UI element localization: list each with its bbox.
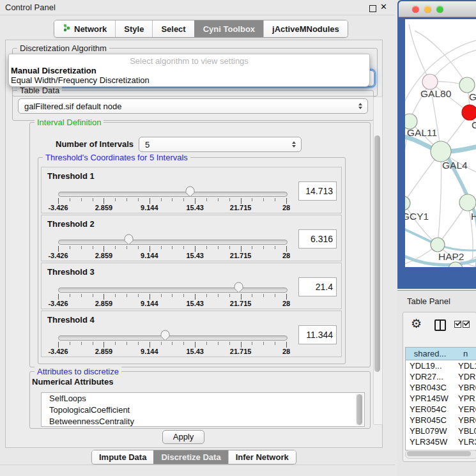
table-cell[interactable]: YDR2: [454, 371, 476, 382]
tab-style[interactable]: Style: [115, 20, 152, 37]
threshold-block: Threshold 4-3.4262.8599.14415.4321.71528…: [41, 311, 342, 357]
table-cell[interactable]: YBL0: [454, 426, 476, 436]
threshold-block: Threshold 1-3.4262.8599.14415.4321.71528…: [41, 167, 342, 213]
table-row[interactable]: YDL19...YDL1: [406, 360, 476, 371]
column-layout-icon[interactable]: [434, 319, 446, 331]
tab-cyni-toolbox-label: Cyni Toolbox: [203, 24, 255, 34]
slider-track[interactable]: [58, 192, 288, 197]
close-icon[interactable]: ✕: [380, 2, 387, 12]
slider-ticks-major: [58, 342, 287, 348]
threshold-value-field[interactable]: 6.316: [298, 229, 337, 249]
tab-cyni-toolbox[interactable]: Cyni Toolbox: [194, 20, 263, 37]
slider-track[interactable]: [58, 335, 288, 341]
table-header-cell[interactable]: n: [454, 348, 476, 360]
network-view-window: GAL80GACGAL11GAL4GCY1HHAP2: [397, 0, 476, 289]
table-cell[interactable]: YPR145W: [406, 393, 454, 404]
float-icon[interactable]: [369, 5, 376, 12]
list-scrollbar-thumb[interactable]: [357, 394, 362, 425]
table-cell[interactable]: YLR345W: [406, 436, 454, 447]
apply-button[interactable]: Apply: [162, 430, 204, 444]
table-cell[interactable]: YER0: [454, 404, 476, 415]
tab-impute-data[interactable]: Impute Data: [92, 450, 153, 464]
network-node-node-red[interactable]: [462, 105, 476, 120]
zoom-traffic-icon[interactable]: [436, 6, 443, 13]
dropdown-option-manual-discretization[interactable]: Manual Discretization: [11, 66, 96, 75]
table-data-combo[interactable]: galFiltered.sif default node: [18, 98, 368, 114]
table-cell[interactable]: YBR043C: [406, 382, 454, 393]
table-hscrollbar[interactable]: [405, 450, 476, 459]
table-cell[interactable]: YDL1: [454, 360, 476, 371]
network-node-GAL80[interactable]: [422, 74, 438, 89]
tab-infer-network[interactable]: Infer Network: [228, 450, 296, 464]
panel-scrollbar[interactable]: [373, 96, 383, 425]
table-row[interactable]: YPR145WYPR1: [406, 393, 476, 404]
threshold-value-field[interactable]: 11.344: [298, 325, 337, 344]
tab-style-label: Style: [124, 24, 144, 34]
attribute-item[interactable]: BetweennessCentrality: [42, 416, 364, 427]
minimize-traffic-icon[interactable]: [424, 6, 431, 13]
dropdown-option-equal-width-frequency[interactable]: Equal Width/Frequency Discretization: [11, 75, 150, 85]
attribute-item[interactable]: SelfLoops: [42, 393, 364, 404]
table-cell[interactable]: YER054C: [406, 404, 454, 415]
table-header-cell[interactable]: shared...: [406, 348, 454, 360]
slider-track[interactable]: [58, 240, 288, 245]
network-node-GAL4[interactable]: [431, 141, 451, 162]
interval-definition-group: Interval Definition Number of Intervals …: [29, 122, 371, 367]
table-cell[interactable]: YBR0: [454, 415, 476, 426]
table-header-row: shared...n: [406, 348, 476, 360]
table-cell[interactable]: YBL079W: [406, 426, 454, 436]
slider-track[interactable]: [58, 288, 288, 293]
network-node-HAP2[interactable]: [431, 238, 445, 252]
table-row[interactable]: YER054CYER0: [406, 404, 476, 415]
gear-icon[interactable]: ⚙: [411, 318, 422, 330]
slider-scale-label: -3.426: [48, 252, 68, 259]
table-cell[interactable]: YBR045C: [406, 415, 454, 426]
tab-impute-data-label: Impute Data: [99, 452, 146, 462]
table-row[interactable]: YBR043CYBR0: [406, 382, 476, 393]
table-row[interactable]: YBL079WYBL0: [406, 426, 476, 436]
threshold-value-field[interactable]: 14.713: [298, 181, 337, 201]
network-node-label: H: [471, 211, 476, 222]
table-cell[interactable]: YDR27...: [406, 371, 454, 382]
network-window-titlebar[interactable]: [399, 1, 476, 17]
table-cell[interactable]: YBR0: [454, 382, 476, 393]
tab-jactivemnodules[interactable]: jActiveMNodules: [263, 20, 348, 37]
network-node-GCY1[interactable]: [405, 196, 410, 210]
table-row[interactable]: YDR27...YDR2: [406, 371, 476, 382]
table-cell[interactable]: YDL19...: [406, 360, 454, 371]
table-row[interactable]: YBR045CYBR0: [406, 415, 476, 426]
tab-network[interactable]: Network: [54, 20, 115, 37]
network-canvas[interactable]: GAL80GACGAL11GAL4GCY1HHAP2: [405, 19, 476, 267]
slider-thumb[interactable]: [160, 330, 170, 341]
threshold-block: Threshold 2-3.4262.8599.14415.4321.71528…: [41, 215, 342, 261]
slider-scale-label: 2.859: [95, 348, 113, 355]
table-row[interactable]: YLR345WYLR3: [406, 436, 476, 447]
list-scrollbar[interactable]: [356, 394, 364, 426]
network-node-H[interactable]: [459, 194, 476, 211]
checkbox-icon[interactable]: [463, 321, 470, 328]
threshold-label: Threshold 1: [47, 171, 95, 181]
table-cell[interactable]: YLR3: [454, 436, 476, 447]
table-cell[interactable]: YPR1: [454, 393, 476, 404]
slider-scale-label: 9.144: [141, 300, 158, 307]
attributes-group-title: Attributes to discretize: [35, 367, 121, 376]
checkbox-icon[interactable]: [454, 321, 461, 328]
table-hscrollbar-thumb[interactable]: [407, 451, 471, 456]
tab-select[interactable]: Select: [152, 20, 194, 37]
network-node-label: HAP2: [438, 251, 464, 262]
slider-ticks-major: [58, 294, 287, 300]
attribute-item[interactable]: TopologicalCoefficient: [42, 404, 364, 416]
algorithm-dropdown-popup: Select algorithm to view settings Manual…: [8, 54, 370, 87]
tab-discretize-data[interactable]: Discretize Data: [153, 450, 227, 464]
threshold-value-field[interactable]: 21.4: [298, 277, 337, 296]
close-traffic-icon[interactable]: [412, 6, 419, 13]
number-of-intervals-combo[interactable]: 5: [139, 137, 302, 152]
panel-scrollbar-thumb[interactable]: [374, 135, 380, 372]
network-node-node-top-right[interactable]: [459, 77, 475, 93]
interval-definition-title: Interval Definition: [35, 118, 104, 127]
slider-thumb[interactable]: [124, 234, 134, 245]
slider-thumb[interactable]: [185, 186, 195, 197]
table-data-group: Table Data galFiltered.sif default node: [12, 90, 374, 121]
slider-scale-label: 21.715: [230, 252, 252, 259]
slider-thumb[interactable]: [234, 282, 243, 293]
